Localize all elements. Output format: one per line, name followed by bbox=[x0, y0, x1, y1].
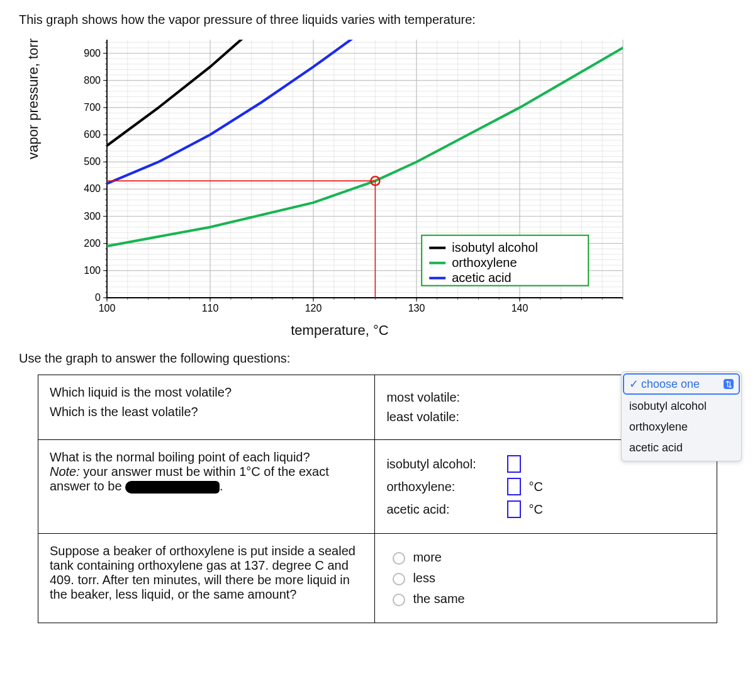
svg-text:600: 600 bbox=[84, 129, 101, 140]
ortho-label: orthoxylene: bbox=[386, 480, 500, 494]
svg-text:orthoxylene: orthoxylene bbox=[452, 256, 517, 269]
check-icon: ✓ bbox=[629, 378, 639, 390]
dropdown-opt-orthoxylene[interactable]: orthoxylene bbox=[622, 417, 741, 438]
q3-text: Suppose a beaker of orthoxylene is put i… bbox=[50, 544, 363, 602]
q2-line-b: Note: your answer must be within 1°C of … bbox=[50, 465, 363, 494]
most-volatile-label: most volatile: bbox=[386, 390, 500, 405]
q1-line-b: Which is the least volatile? bbox=[50, 405, 363, 419]
iso-label: isobutyl alcohol: bbox=[386, 457, 500, 471]
svg-text:acetic acid: acetic acid bbox=[452, 271, 512, 285]
dropdown-opt-isobutyl[interactable]: isobutyl alcohol bbox=[622, 396, 741, 417]
radio-less[interactable]: less bbox=[393, 571, 705, 585]
svg-text:900: 900 bbox=[84, 48, 101, 59]
svg-text:100: 100 bbox=[99, 303, 116, 313]
q1-cell: Which liquid is the most volatile? Which… bbox=[38, 375, 375, 440]
svg-text:110: 110 bbox=[202, 303, 219, 313]
intro-text: This graph shows how the vapor pressure … bbox=[19, 13, 736, 27]
volatile-dropdown[interactable]: ✓choose one ⇅ isobutyl alcohol orthoxyle… bbox=[621, 371, 742, 461]
svg-text:300: 300 bbox=[84, 211, 101, 222]
svg-text:120: 120 bbox=[305, 303, 322, 313]
section-heading: Use the graph to answer the following qu… bbox=[19, 351, 736, 366]
least-volatile-label: least volatile: bbox=[386, 410, 500, 424]
acetic-label: acetic acid: bbox=[386, 502, 500, 517]
svg-text:800: 800 bbox=[84, 75, 101, 86]
q2-line-a: What is the normal boiling point of each… bbox=[50, 450, 363, 465]
svg-text:isobutyl alcohol: isobutyl alcohol bbox=[452, 240, 538, 254]
ortho-input[interactable] bbox=[507, 478, 521, 495]
unit-c-1: °C bbox=[528, 480, 542, 494]
vapor-pressure-chart: isobutyl alcoholorthoxyleneacetic acid 0… bbox=[69, 33, 635, 317]
svg-text:400: 400 bbox=[84, 183, 101, 194]
q1-answer-cell: most volatile: least volatile: ✓choose o… bbox=[375, 375, 717, 440]
acetic-input[interactable] bbox=[507, 500, 521, 518]
q3-cell: Suppose a beaker of orthoxylene is put i… bbox=[38, 534, 375, 623]
svg-text:200: 200 bbox=[84, 238, 101, 249]
unit-c-2: °C bbox=[528, 502, 542, 517]
iso-input[interactable] bbox=[507, 455, 521, 473]
q1-line-a: Which liquid is the most volatile? bbox=[50, 385, 363, 400]
svg-text:0: 0 bbox=[95, 292, 101, 303]
x-axis-label: temperature, °C bbox=[82, 322, 598, 339]
q3-answer-cell: more less the same bbox=[375, 534, 717, 623]
dropdown-selected[interactable]: ✓choose one ⇅ bbox=[623, 373, 740, 395]
radio-icon bbox=[393, 573, 405, 585]
dropdown-opt-acetic[interactable]: acetic acid bbox=[622, 438, 741, 458]
svg-text:500: 500 bbox=[84, 156, 101, 167]
svg-text:100: 100 bbox=[84, 265, 101, 276]
radio-icon bbox=[393, 552, 405, 565]
svg-text:700: 700 bbox=[84, 102, 101, 113]
stepper-icon[interactable]: ⇅ bbox=[724, 379, 734, 389]
redacted-text bbox=[125, 481, 220, 494]
chart-container: vapor pressure, torr isobutyl alcoholort… bbox=[44, 33, 736, 339]
radio-more[interactable]: more bbox=[393, 550, 705, 565]
q2-cell: What is the normal boiling point of each… bbox=[38, 440, 375, 534]
svg-text:130: 130 bbox=[408, 303, 425, 313]
questions-table: Which liquid is the most volatile? Which… bbox=[38, 375, 717, 623]
radio-icon bbox=[393, 594, 405, 606]
radio-same[interactable]: the same bbox=[393, 592, 705, 606]
svg-text:140: 140 bbox=[512, 303, 528, 313]
y-axis-label: vapor pressure, torr bbox=[25, 38, 42, 159]
